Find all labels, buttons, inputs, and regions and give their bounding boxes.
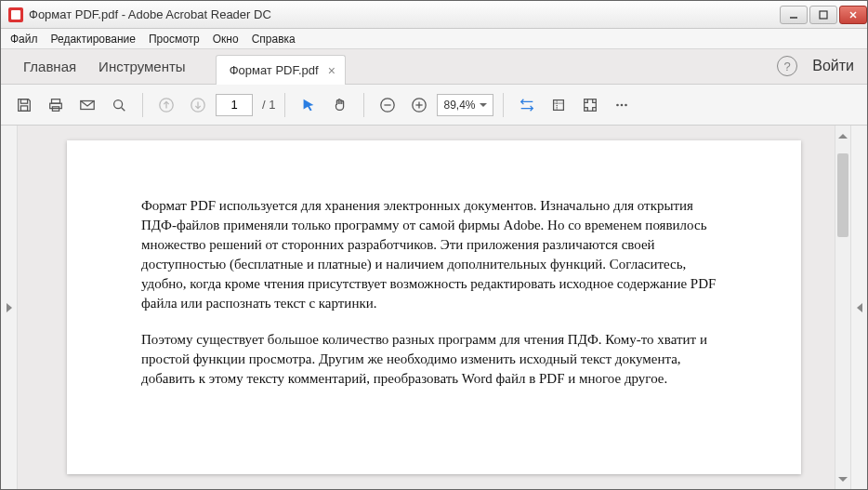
svg-point-23 (625, 103, 627, 106)
svg-rect-5 (20, 105, 27, 110)
selection-tool-icon[interactable] (295, 91, 322, 119)
zoom-select[interactable]: 89,4% (437, 94, 493, 116)
app-icon (8, 7, 23, 22)
separator (363, 93, 364, 117)
hand-tool-icon[interactable] (326, 91, 354, 119)
tab-home[interactable]: Главная (12, 48, 87, 84)
paragraph-1: Формат PDF используется для хранения эле… (141, 196, 727, 313)
svg-rect-4 (20, 99, 27, 103)
tab-close-icon[interactable]: × (328, 63, 335, 78)
window-title: Формат PDF.pdf - Adobe Acrobat Reader DC (29, 7, 271, 21)
pdf-page: Формат PDF используется для хранения эле… (67, 140, 801, 474)
close-button[interactable] (839, 6, 867, 24)
menu-file[interactable]: Файл (10, 33, 38, 46)
separator (284, 93, 285, 117)
tab-document-label: Формат PDF.pdf (230, 63, 319, 77)
toolbar: / 1 89,4% (1, 85, 867, 126)
left-panel-toggle[interactable] (1, 126, 18, 489)
scroll-up-icon[interactable] (835, 126, 850, 141)
zoom-value: 89,4% (443, 99, 475, 112)
zoom-out-icon[interactable] (374, 91, 401, 119)
svg-line-11 (122, 107, 125, 111)
svg-rect-20 (584, 99, 596, 111)
window-controls (778, 6, 867, 24)
svg-point-21 (616, 103, 619, 106)
svg-rect-19 (553, 99, 563, 110)
tab-tools[interactable]: Инструменты (87, 48, 197, 84)
signin-button[interactable]: Войти (812, 58, 854, 74)
search-icon[interactable] (105, 91, 133, 119)
maximize-button[interactable] (809, 6, 837, 24)
tab-bar: Главная Инструменты Формат PDF.pdf × ? В… (1, 49, 867, 85)
menu-window[interactable]: Окно (213, 33, 239, 46)
svg-rect-1 (820, 11, 827, 19)
page-number-input[interactable] (216, 94, 253, 116)
menu-help[interactable]: Справка (252, 33, 296, 46)
svg-rect-6 (52, 99, 60, 103)
title-bar: Формат PDF.pdf - Adobe Acrobat Reader DC (1, 1, 867, 29)
minimize-button[interactable] (780, 6, 808, 24)
svg-point-10 (114, 99, 123, 108)
prev-page-icon[interactable] (152, 91, 180, 119)
fit-width-icon[interactable] (513, 91, 541, 119)
vertical-scrollbar[interactable] (835, 126, 850, 489)
right-panel-toggle[interactable] (850, 126, 867, 489)
zoom-in-icon[interactable] (405, 91, 433, 119)
help-icon[interactable]: ? (777, 56, 797, 76)
separator (142, 93, 143, 117)
document-viewport[interactable]: Формат PDF используется для хранения эле… (18, 126, 850, 489)
fit-page-icon[interactable] (545, 91, 572, 119)
menu-bar: Файл Редактирование Просмотр Окно Справк… (1, 29, 867, 49)
app-window: Формат PDF.pdf - Adobe Acrobat Reader DC… (0, 0, 868, 490)
print-icon[interactable] (42, 91, 70, 119)
more-tools-icon[interactable] (608, 91, 636, 119)
svg-rect-7 (50, 103, 62, 108)
save-icon[interactable] (10, 91, 38, 119)
scroll-thumb[interactable] (837, 153, 848, 237)
scroll-down-icon[interactable] (835, 473, 850, 489)
email-icon[interactable] (73, 91, 101, 119)
separator (503, 93, 504, 117)
svg-point-22 (620, 103, 623, 106)
menu-edit[interactable]: Редактирование (51, 33, 136, 46)
page-total-label: / 1 (262, 98, 275, 112)
content-area: Формат PDF используется для хранения эле… (1, 126, 867, 489)
menu-view[interactable]: Просмотр (149, 33, 200, 46)
next-page-icon[interactable] (184, 91, 212, 119)
tab-document[interactable]: Формат PDF.pdf × (216, 55, 346, 85)
paragraph-2: Поэтому существует большое количество ра… (141, 330, 727, 389)
fullscreen-icon[interactable] (576, 91, 604, 119)
